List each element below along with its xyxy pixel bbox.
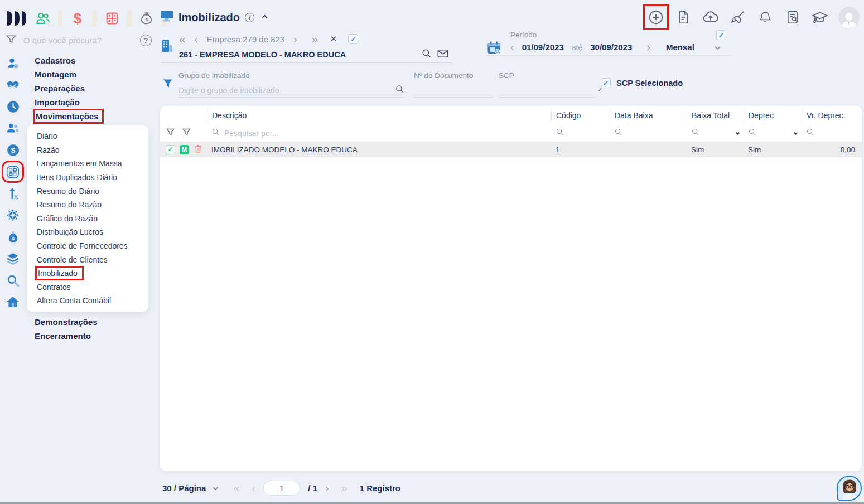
sidebar-item-preparacoes[interactable]: Preparações (0, 81, 157, 95)
broom-icon[interactable] (729, 8, 747, 26)
table-search-input[interactable] (224, 129, 547, 138)
sidebar-item-movimentacoes[interactable]: Movimentações (0, 109, 157, 123)
trash-icon[interactable] (194, 144, 202, 155)
submenu-item-razao[interactable]: Razão (27, 143, 148, 157)
column-header-descricao[interactable]: Descrição (207, 109, 551, 122)
sidebar-item-cadastros[interactable]: Cadastros (0, 54, 157, 67)
pagination: 30 / Página « ‹ / 1 › » 1 Registro (162, 481, 400, 496)
search-icon[interactable] (614, 128, 622, 138)
submenu-item-diario[interactable]: Diário (27, 129, 148, 143)
period-end-date[interactable]: 30/09/2023 (590, 42, 632, 52)
help-icon[interactable]: ? (140, 35, 152, 46)
submenu-item-controle-de-fornecedores[interactable]: Controle de Fornecedores (27, 239, 148, 253)
prev-page-button[interactable]: ‹ (252, 482, 256, 495)
search-icon[interactable] (395, 84, 404, 96)
filter-funnel-icon[interactable] (182, 127, 191, 139)
bell-icon[interactable] (756, 8, 774, 26)
divider (93, 10, 97, 27)
global-search-placeholder[interactable]: O que você procura? (23, 36, 133, 45)
movimentacoes-submenu: Diário Razão Lançamentos em Massa Itens … (27, 125, 148, 312)
records-count: 1 Registro (360, 483, 400, 493)
user-avatar[interactable] (838, 7, 860, 28)
period-prev-button[interactable]: ‹ (510, 41, 514, 54)
app-logo (6, 9, 29, 30)
add-button[interactable] (647, 8, 665, 26)
search-icon[interactable] (556, 128, 564, 138)
per-page-select[interactable]: 30 / Página (162, 483, 206, 493)
scp-selected-checkbox[interactable]: ✓ (601, 78, 611, 88)
column-header-deprec[interactable]: Deprec (744, 109, 802, 122)
company-nav-label: Empresa 279 de 823 (207, 35, 284, 44)
imobilizado-table-panel: Descrição Código Data Baixa Baixa Total … (160, 106, 862, 471)
company-first-button[interactable]: « (179, 33, 185, 46)
last-page-button[interactable]: » (341, 482, 347, 495)
scp-selected-filter: ✓ SCP Selecionado (601, 78, 683, 88)
calculator-icon[interactable] (103, 9, 122, 28)
chevron-down-icon[interactable] (794, 131, 798, 135)
filter-funnel-icon[interactable] (166, 127, 175, 139)
building-icon (160, 38, 173, 55)
period-next-button[interactable]: › (646, 41, 650, 54)
submenu-item-resumo-do-diario[interactable]: Resumo do Diário (27, 184, 148, 198)
money-bag-icon[interactable]: $ (137, 9, 156, 28)
submenu-item-resumo-do-razao[interactable]: Resumo do Razão (27, 198, 148, 212)
next-page-button[interactable]: › (325, 482, 329, 495)
table-row[interactable]: ✓ M IMOBILIZADO MODELO - MAKRO EDUCA 1 S… (160, 142, 862, 157)
cell-vr-deprec: 0,00 (802, 146, 862, 154)
column-header-codigo[interactable]: Código (551, 109, 610, 122)
page-number-input[interactable] (263, 481, 300, 496)
submenu-item-lancamentos-em-massa[interactable]: Lançamentos em Massa (27, 157, 148, 171)
period-mode-chevron-icon[interactable] (715, 45, 720, 50)
row-m-badge[interactable]: M (180, 145, 189, 154)
sidebar-item-importacao[interactable]: Importação (0, 95, 157, 109)
sidebar-item-montagem[interactable]: Montagem (0, 67, 157, 81)
company-checkbox[interactable]: ✓ (348, 34, 358, 44)
row-checkbox[interactable]: ✓ (166, 145, 175, 154)
people-icon[interactable] (33, 9, 52, 28)
chevron-down-icon[interactable] (736, 131, 740, 135)
calendar-icon (486, 41, 501, 57)
submenu-item-distribuicao-lucros[interactable]: Distribuição Lucros (27, 225, 148, 239)
chevron-down-icon[interactable] (213, 484, 219, 490)
graduation-cap-icon[interactable] (811, 8, 829, 26)
period-label: Período (486, 31, 730, 39)
submenu-item-imobilizado[interactable]: Imobilizado (27, 266, 148, 280)
scp-filter-select[interactable] (499, 86, 600, 95)
company-name: 261 - EMPRESA MODELO - MAKRO EDUCA (179, 50, 416, 59)
submenu-item-altera-conta-contabil[interactable]: Altera Conta Contábil (27, 294, 148, 308)
info-icon[interactable]: i (245, 13, 254, 22)
global-search[interactable]: O que você procura? ? (6, 33, 152, 47)
sidebar-item-encerramento[interactable]: Encerramento (0, 329, 157, 343)
report-file-icon[interactable] (674, 8, 692, 26)
company-next-button[interactable]: › (293, 33, 297, 46)
first-page-button[interactable]: « (233, 482, 239, 495)
submenu-item-grafico-do-razao[interactable]: Gráfico do Razão (27, 212, 148, 226)
company-prev-button[interactable]: ‹ (194, 33, 198, 46)
submenu-item-itens-duplicados-diario[interactable]: Itens Duplicados Diário (27, 171, 148, 185)
search-icon[interactable] (691, 128, 699, 138)
column-header-vr-deprec[interactable]: Vr. Deprec. (802, 109, 862, 122)
company-search-icon[interactable] (421, 48, 432, 61)
audit-search-icon[interactable] (784, 8, 802, 26)
period-mode[interactable]: Mensal (666, 42, 694, 52)
group-filter-input[interactable] (178, 86, 395, 95)
submenu-item-controle-de-clientes[interactable]: Controle de Clientes (27, 253, 148, 266)
dollar-icon[interactable]: $ (68, 9, 87, 28)
cell-codigo: 1 (551, 146, 610, 154)
cloud-upload-icon[interactable] (702, 8, 720, 26)
sidebar-item-demonstracoes[interactable]: Demonstrações (0, 315, 157, 329)
submenu-item-contratos[interactable]: Contratos (27, 280, 148, 294)
document-filter-label: Nº do Documento (414, 71, 494, 80)
controls-column-header (160, 109, 207, 122)
support-chat-avatar[interactable] (837, 476, 862, 501)
period-start-date[interactable]: 01/09/2023 (522, 42, 564, 52)
company-clear-icon[interactable]: ✕ (330, 34, 337, 44)
collapse-header-icon[interactable] (262, 14, 268, 20)
period-checkbox[interactable]: ✓ (716, 30, 726, 40)
column-header-baixa-total[interactable]: Baixa Total (687, 109, 744, 122)
search-icon[interactable] (748, 128, 756, 138)
column-header-data-baixa[interactable]: Data Baixa (610, 109, 687, 122)
mail-icon[interactable] (437, 49, 448, 60)
company-last-button[interactable]: » (312, 33, 318, 46)
search-icon[interactable] (806, 128, 814, 138)
